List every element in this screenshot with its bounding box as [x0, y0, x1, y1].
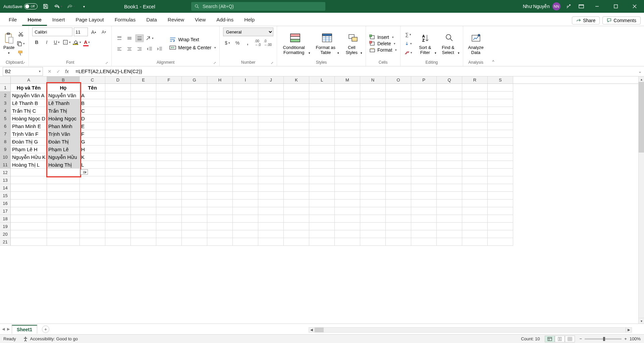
autosum-button[interactable]: ∑ [404, 31, 413, 39]
row-header-3[interactable]: 3 [0, 99, 11, 107]
tab-view[interactable]: View [190, 14, 211, 26]
cell-J20[interactable] [258, 230, 284, 238]
cell-J7[interactable] [258, 130, 284, 138]
cell-P14[interactable] [411, 184, 437, 192]
cell-N8[interactable] [360, 138, 386, 146]
column-header-N[interactable]: N [360, 76, 386, 83]
cell-L13[interactable] [309, 176, 335, 184]
align-top-button[interactable] [115, 34, 124, 42]
cell-A2[interactable]: Nguyễn Văn A [11, 92, 47, 99]
cell-Q9[interactable] [437, 146, 462, 153]
cell-P11[interactable] [411, 161, 437, 169]
cell-G18[interactable] [182, 215, 207, 223]
cell-C7[interactable]: F [80, 130, 105, 138]
cell-K13[interactable] [284, 176, 309, 184]
cell-A4[interactable]: Trần Thị C [11, 107, 47, 115]
cell-A21[interactable] [11, 238, 47, 246]
row-header-20[interactable]: 20 [0, 230, 11, 238]
cell-L12[interactable] [309, 169, 335, 176]
cell-C18[interactable] [80, 215, 105, 223]
find-select-button[interactable]: Find & Select ▾ [440, 32, 460, 55]
cell-P18[interactable] [411, 215, 437, 223]
font-size-input[interactable] [74, 27, 88, 36]
row-header-15[interactable]: 15 [0, 192, 11, 199]
cell-N18[interactable] [360, 215, 386, 223]
cell-D6[interactable] [105, 122, 131, 130]
cell-O15[interactable] [386, 192, 411, 199]
insert-cells-button[interactable]: Insert [369, 35, 397, 40]
cell-H20[interactable] [207, 230, 233, 238]
expand-formula-bar[interactable]: ⌄ [636, 69, 644, 74]
qat-customize[interactable]: ▾ [79, 2, 89, 11]
cell-J12[interactable] [258, 169, 284, 176]
cell-E7[interactable] [131, 130, 156, 138]
cell-C15[interactable] [80, 192, 105, 199]
cell-K12[interactable] [284, 169, 309, 176]
cell-F3[interactable] [156, 99, 182, 107]
cell-J8[interactable] [258, 138, 284, 146]
cell-F2[interactable] [156, 92, 182, 99]
cell-E17[interactable] [131, 207, 156, 215]
cell-E18[interactable] [131, 215, 156, 223]
cell-N4[interactable] [360, 107, 386, 115]
cell-F4[interactable] [156, 107, 182, 115]
cell-N1[interactable] [360, 84, 386, 92]
cell-K20[interactable] [284, 230, 309, 238]
cell-M9[interactable] [335, 146, 360, 153]
fill-color-button[interactable] [72, 38, 81, 46]
cell-O21[interactable] [386, 238, 411, 246]
cell-H21[interactable] [207, 238, 233, 246]
cell-F21[interactable] [156, 238, 182, 246]
cell-N17[interactable] [360, 207, 386, 215]
cell-F6[interactable] [156, 122, 182, 130]
cell-K9[interactable] [284, 146, 309, 153]
orientation-button[interactable] [145, 34, 154, 42]
column-header-F[interactable]: F [156, 76, 182, 83]
cell-N13[interactable] [360, 176, 386, 184]
cell-Q18[interactable] [437, 215, 462, 223]
cell-E20[interactable] [131, 230, 156, 238]
row-header-16[interactable]: 16 [0, 199, 11, 207]
cell-C2[interactable]: A [80, 92, 105, 99]
cell-O20[interactable] [386, 230, 411, 238]
increase-decimal-button[interactable]: .00→.0 [253, 39, 262, 47]
alignment-launcher[interactable]: ⤢ [213, 61, 216, 65]
sheet-nav-prev[interactable]: ◀ [2, 327, 5, 331]
cell-R14[interactable] [462, 184, 488, 192]
cell-C14[interactable] [80, 184, 105, 192]
cell-H18[interactable] [207, 215, 233, 223]
cell-I6[interactable] [233, 122, 258, 130]
cell-K10[interactable] [284, 153, 309, 161]
cell-Q3[interactable] [437, 99, 462, 107]
cell-R10[interactable] [462, 153, 488, 161]
cell-C16[interactable] [80, 199, 105, 207]
cell-H11[interactable] [207, 161, 233, 169]
cell-O18[interactable] [386, 215, 411, 223]
cell-G21[interactable] [182, 238, 207, 246]
cell-C5[interactable]: D [80, 115, 105, 122]
cell-F14[interactable] [156, 184, 182, 192]
cell-K8[interactable] [284, 138, 309, 146]
cell-N12[interactable] [360, 169, 386, 176]
cell-G11[interactable] [182, 161, 207, 169]
cell-I20[interactable] [233, 230, 258, 238]
cell-N20[interactable] [360, 230, 386, 238]
cell-G16[interactable] [182, 199, 207, 207]
tab-formulas[interactable]: Formulas [109, 14, 141, 26]
cell-O6[interactable] [386, 122, 411, 130]
cell-J1[interactable] [258, 84, 284, 92]
row-header-1[interactable]: 1 [0, 84, 11, 92]
cell-B2[interactable]: Nguyễn Văn [47, 92, 80, 99]
cell-S3[interactable] [488, 99, 513, 107]
cell-A20[interactable] [11, 230, 47, 238]
cell-P21[interactable] [411, 238, 437, 246]
cell-S7[interactable] [488, 130, 513, 138]
cell-A8[interactable]: Đoàn Thị G [11, 138, 47, 146]
cell-N2[interactable] [360, 92, 386, 99]
paste-button[interactable]: Paste▾ [3, 32, 14, 55]
cell-I12[interactable] [233, 169, 258, 176]
cell-I21[interactable] [233, 238, 258, 246]
cell-B14[interactable] [47, 184, 80, 192]
search-box[interactable]: Search (Alt+Q) [191, 2, 325, 11]
cell-G14[interactable] [182, 184, 207, 192]
